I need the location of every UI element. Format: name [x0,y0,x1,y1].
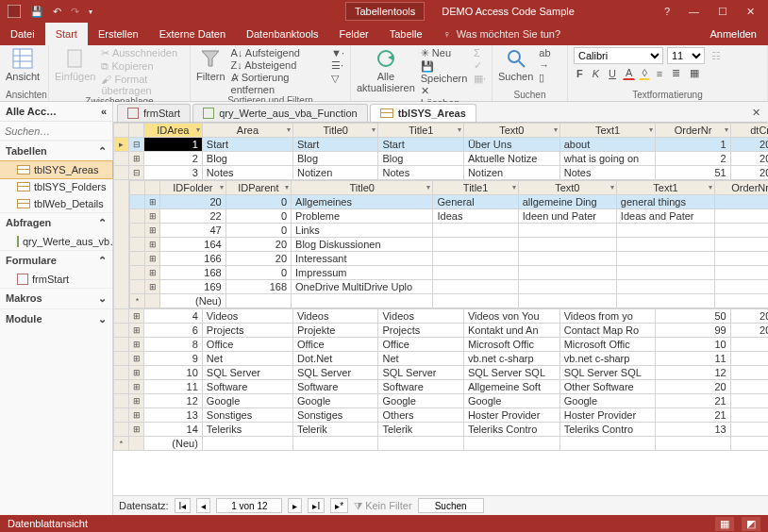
col-ordernr[interactable]: OrderNr▾ [656,124,730,138]
table-row[interactable]: ⊞9NetDot.NetNetvb.net c-sharpvb.net c-sh… [114,352,769,366]
table-row[interactable]: ⊟3NotesNotizenNotesNotizenNotes5120.03.2… [114,166,769,180]
sub-row[interactable]: ⊞470Links########### [129,224,768,238]
recnav-new-button[interactable]: ▸* [330,498,348,513]
table-row[interactable]: ⊞14TeleriksTelerikTelerikTeleriks Contro… [114,423,769,437]
sub-row[interactable]: ⊞16620Interessant########### [129,252,768,266]
nav-item-qry[interactable]: qry_Werte_aus_vb… [0,233,112,250]
nav-sec-queries[interactable]: Abfragen⌃ [0,212,112,233]
minimize-icon[interactable]: — [685,4,703,19]
dropdown-icon[interactable]: ▾ [372,125,376,134]
col-idarea[interactable]: IDArea▾ [143,124,202,138]
tab-home[interactable]: Start [45,23,88,45]
sub-col-ordernr[interactable]: OrderNr▾ [715,181,769,195]
table-row[interactable]: ⊞8OfficeOfficeOfficeMicrosoft OfficMicro… [114,338,769,352]
tab-create[interactable]: Erstellen [88,23,149,45]
align-center-icon[interactable]: ≣ [669,66,683,80]
fill-color-icon[interactable]: ◊ [639,66,649,80]
datasheet[interactable]: IDArea▾ Area▾ Title0▾ Title1▾ Text0▾ Tex… [113,123,768,495]
sort-asc-button[interactable]: A↓ Aufsteigend [231,47,326,58]
find-button[interactable]: Suchen [498,47,533,82]
tab-fields[interactable]: Felder [329,23,379,45]
nav-sec-modules[interactable]: Module⌄ [0,308,112,329]
sub-col-text0[interactable]: Text0▾ [518,181,616,195]
sub-row[interactable]: ⊞169168OneDrive MultiDrive Uplo#########… [129,280,768,294]
sub-col-idparent[interactable]: IDParent▾ [225,181,291,195]
save-record-button[interactable]: 💾 Speichern [421,60,468,84]
sub-row[interactable]: ⊞16420Blog Diskussionen########### [129,238,768,252]
nav-sec-tables[interactable]: Tabellen⌃ [0,141,112,161]
tab-dbtools[interactable]: Datenbanktools [236,23,328,45]
new-record-button[interactable]: ✳ Neu [421,47,468,59]
italic-icon[interactable]: K [590,67,602,80]
table-row[interactable]: ⊞11SoftwareSoftwareSoftwareAllgemeine So… [114,380,769,394]
gridlines-icon[interactable]: ▦ [687,66,702,80]
filter-advanced-icon[interactable]: ☰· [331,59,344,72]
sub-row[interactable]: ⊞200AllgemeinesGeneralallgemeine Dinggen… [129,195,768,209]
qat-redo-icon[interactable]: ↷ [71,6,79,18]
table-row[interactable]: ⊞10SQL ServerSQL ServerSQL ServerSQL Ser… [114,366,769,380]
underline-icon[interactable]: U [606,67,619,80]
col-area[interactable]: Area▾ [202,124,292,138]
col-text1[interactable]: Text1▾ [559,124,656,138]
table-row[interactable]: ⊞12GoogleGoogleGoogleGoogleGoogle21 [114,394,769,408]
align-left-icon[interactable]: ≡ [654,67,665,80]
sub-col-idfolder[interactable]: IDFolder▾ [160,181,225,195]
col-title1[interactable]: Title1▾ [378,124,463,138]
view-button[interactable]: Ansicht [6,47,40,82]
doc-tab-qry[interactable]: qry_Werte_aus_vba_Function [192,104,368,122]
sort-desc-button[interactable]: Z↓ Absteigend [231,59,326,71]
tab-file[interactable]: Datei [0,23,45,45]
table-row[interactable]: ⊞2BlogBlogBlogAktuelle Notizewhat is goi… [114,152,769,166]
nav-sec-macros[interactable]: Makros⌄ [0,288,112,308]
table-row[interactable]: ⊞13SonstigesSonstigesOthersHoster Provid… [114,408,769,423]
nav-item-tblsys-folders[interactable]: tblSYS_Folders [0,178,112,195]
qat-save-icon[interactable]: 💾 [30,6,43,18]
dropdown-icon[interactable]: ▾ [725,125,728,134]
col-text0[interactable]: Text0▾ [463,124,559,138]
doc-tab-frmstart[interactable]: frmStart [117,104,191,122]
recnav-next-button[interactable]: ▸ [288,498,302,513]
replace-icon[interactable]: ab [539,47,550,58]
nav-sec-forms[interactable]: Formulare⌃ [0,250,112,271]
maximize-icon[interactable]: ☐ [714,4,731,20]
recnav-search-input[interactable] [418,498,484,513]
bullets-icon[interactable]: ☷ [709,49,724,63]
refresh-all-button[interactable]: Alle aktualisieren [357,47,415,93]
close-tab-icon[interactable]: ✕ [744,104,768,122]
sign-in-link[interactable]: Anmelden [710,23,768,45]
nav-item-tblsys-areas[interactable]: tblSYS_Areas [0,161,112,178]
dropdown-icon[interactable]: ▾ [458,125,461,134]
sub-col-title0[interactable]: Title0▾ [292,181,433,195]
sub-new-row[interactable]: *(Neu) [129,294,768,308]
nav-item-tblweb-details[interactable]: tblWeb_Details [0,195,112,212]
sub-row[interactable]: ⊞220ProblemeIdeasIdeen und PaterIdeas an… [129,209,768,224]
recnav-pos-input[interactable] [216,498,282,513]
nav-collapse-icon[interactable]: « [101,106,107,117]
sub-row[interactable]: ⊞1680Impressum########### [129,266,768,280]
tab-table[interactable]: Tabelle [379,23,433,45]
bold-icon[interactable]: F [574,67,586,80]
table-row[interactable]: ▸⊟1StartStartStartÜber Unsabout120.03.20… [114,138,769,152]
tell-me[interactable]: ♀ Was möchten Sie tun? [433,23,572,45]
recnav-prev-button[interactable]: ◂ [196,498,210,513]
font-color-icon[interactable]: A [623,66,635,80]
col-title0[interactable]: Title0▾ [292,124,377,138]
recnav-first-button[interactable]: I◂ [175,498,192,513]
dropdown-icon[interactable]: ▾ [554,125,558,134]
view-design-icon[interactable]: ◩ [742,517,760,531]
tab-external[interactable]: Externe Daten [149,23,236,45]
dropdown-icon[interactable]: ▾ [287,125,291,134]
col-dtcreated[interactable]: dtCreated▾ [730,124,768,138]
table-row[interactable]: ⊞4VideosVideosVideosVideos von YouVideos… [114,309,769,324]
help-icon[interactable]: ? [660,4,674,19]
qat-customize-icon[interactable]: ▾ [89,8,92,16]
dropdown-icon[interactable]: ▾ [196,125,200,134]
recnav-last-button[interactable]: ▸I [308,498,325,513]
view-datasheet-icon[interactable]: ▦ [715,517,734,531]
filter-button[interactable]: Filtern [196,47,225,82]
qat-undo-icon[interactable]: ↶ [53,6,61,18]
sub-col-title1[interactable]: Title1▾ [433,181,518,195]
filter-toggle-icon[interactable]: ▽ [331,73,344,85]
new-row[interactable]: *(Neu) [114,437,769,451]
select-icon[interactable]: ▯ [539,72,550,84]
